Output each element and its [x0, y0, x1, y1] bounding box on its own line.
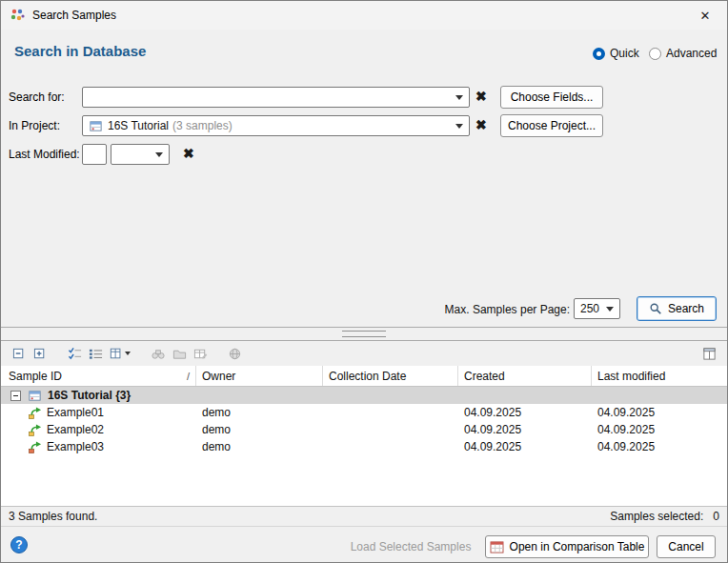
samples-selected-value: 0 — [713, 510, 719, 523]
chevron-down-icon[interactable] — [606, 307, 614, 312]
sample-icon — [28, 406, 43, 420]
last-modified-label: Last Modified: — [9, 148, 80, 161]
table-columns-button[interactable] — [698, 344, 719, 363]
search-pane: Search in Database Quick Advanced Search… — [1, 30, 727, 328]
expand-all-button[interactable] — [30, 344, 51, 363]
search-button-label: Search — [668, 302, 704, 315]
in-project-combobox[interactable]: 16S Tutorial (3 samples) — [82, 115, 470, 136]
column-header-owner[interactable]: Owner — [196, 366, 323, 386]
radio-advanced-control[interactable] — [649, 48, 661, 60]
expand-all-icon — [33, 347, 48, 361]
column-header-collection-date[interactable]: Collection Date — [323, 366, 458, 386]
radio-quick[interactable]: Quick — [593, 47, 639, 60]
owner-cell: demo — [196, 438, 323, 455]
table-columns-icon — [702, 347, 717, 361]
max-samples-combobox[interactable]: 250 — [574, 298, 620, 319]
help-icon[interactable]: ? — [10, 536, 28, 553]
collapse-group-icon[interactable] — [10, 391, 21, 401]
collection-date-cell — [323, 404, 458, 421]
results-pane: Sample ID / Owner Collection Date Create… — [1, 340, 727, 506]
pane-splitter[interactable] — [1, 329, 727, 340]
collapse-all-button[interactable] — [9, 344, 30, 363]
open-in-comparison-table-button[interactable]: Open in Comparison Table — [485, 535, 649, 558]
check-selection-icon — [68, 347, 82, 361]
search-for-combobox[interactable] — [82, 87, 470, 108]
clear-search-icon[interactable]: ✖ — [475, 90, 487, 103]
list-view-button[interactable] — [85, 344, 106, 363]
table-row[interactable]: Example01 demo 04.09.2025 04.09.2025 — [1, 404, 727, 421]
open-sample-button[interactable] — [169, 344, 190, 363]
collection-date-cell — [323, 438, 458, 455]
results-toolbar — [1, 341, 727, 366]
search-for-input[interactable] — [89, 88, 450, 107]
radio-advanced-label: Advanced — [666, 47, 717, 60]
web-lookup-button[interactable] — [224, 344, 245, 363]
column-header-sample-id[interactable]: Sample ID / — [1, 366, 196, 386]
page-title: Search in Database — [14, 43, 146, 59]
close-icon[interactable]: ✕ — [683, 1, 727, 30]
sample-id: Example02 — [47, 423, 104, 436]
find-sample-button[interactable] — [148, 344, 169, 363]
table-edit-icon — [193, 347, 208, 361]
load-selected-samples-button[interactable]: Load Selected Samples — [346, 535, 475, 558]
group-label: 16S Tutorial {3} — [48, 389, 131, 402]
sample-id: Example01 — [47, 406, 104, 419]
clear-last-modified-icon[interactable]: ✖ — [183, 147, 194, 160]
sample-icon — [28, 440, 43, 454]
created-cell: 04.09.2025 — [458, 438, 592, 455]
app-logo-icon — [10, 8, 25, 23]
column-header-last-modified[interactable]: Last modified — [592, 366, 727, 386]
column-filter-button[interactable] — [106, 344, 134, 363]
folder-icon — [172, 347, 187, 361]
project-sample-count: (3 samples) — [172, 119, 233, 132]
radio-advanced[interactable]: Advanced — [649, 47, 717, 60]
max-samples-value: 250 — [580, 302, 599, 315]
chevron-down-icon[interactable] — [455, 95, 463, 100]
table-header: Sample ID / Owner Collection Date Create… — [1, 366, 727, 387]
table-row[interactable]: Example03 demo 04.09.2025 04.09.2025 — [1, 438, 727, 455]
last-modified-input[interactable] — [83, 145, 106, 164]
samples-found-text: 3 Samples found. — [9, 510, 97, 523]
owner-cell: demo — [196, 421, 323, 438]
search-for-label: Search for: — [9, 90, 65, 104]
project-icon — [89, 119, 103, 133]
max-samples-label: Max. Samples per Page: — [435, 303, 570, 316]
column-header-created[interactable]: Created — [458, 366, 592, 386]
table-row[interactable]: Example02 demo 04.09.2025 04.09.2025 — [1, 421, 727, 438]
choose-project-button[interactable]: Choose Project... — [500, 114, 603, 137]
window-title: Search Samples — [32, 9, 116, 22]
edit-table-button[interactable] — [190, 344, 211, 363]
sort-ascending-icon[interactable]: / — [187, 371, 195, 382]
column-filter-icon — [110, 347, 123, 360]
last-modified-value-field[interactable] — [82, 144, 107, 165]
radio-quick-label: Quick — [610, 47, 639, 60]
chevron-down-icon[interactable] — [455, 124, 463, 129]
radio-quick-control[interactable] — [593, 48, 605, 60]
choose-fields-button[interactable]: Choose Fields... — [500, 86, 603, 109]
open-in-comparison-table-label: Open in Comparison Table — [510, 540, 645, 553]
title-bar: Search Samples ✕ — [1, 1, 727, 30]
created-cell: 04.09.2025 — [458, 404, 592, 421]
splitter-handle-icon[interactable] — [342, 331, 386, 337]
last-modified-unit-combobox[interactable] — [111, 144, 170, 165]
binoculars-icon — [151, 347, 166, 361]
comparison-table-icon — [490, 541, 504, 553]
search-samples-dialog: Search Samples ✕ Search in Database Quic… — [0, 0, 728, 563]
cancel-button[interactable]: Cancel — [657, 535, 716, 558]
chevron-down-icon — [125, 352, 131, 355]
samples-selected-label: Samples selected: — [610, 510, 703, 523]
project-name: 16S Tutorial — [108, 119, 169, 132]
project-icon — [28, 389, 42, 403]
group-row-project[interactable]: 16S Tutorial {3} — [1, 387, 727, 404]
clear-project-icon[interactable]: ✖ — [475, 118, 487, 131]
last-modified-cell: 04.09.2025 — [592, 421, 727, 438]
last-modified-cell: 04.09.2025 — [592, 438, 727, 455]
last-modified-cell: 04.09.2025 — [592, 404, 727, 421]
in-project-label: In Project: — [9, 119, 60, 132]
select-rows-button[interactable] — [64, 344, 85, 363]
chevron-down-icon[interactable] — [155, 152, 163, 157]
collection-date-cell — [323, 421, 458, 438]
sample-id: Example03 — [47, 440, 104, 453]
search-button[interactable]: Search — [637, 296, 717, 321]
search-icon — [649, 302, 662, 315]
